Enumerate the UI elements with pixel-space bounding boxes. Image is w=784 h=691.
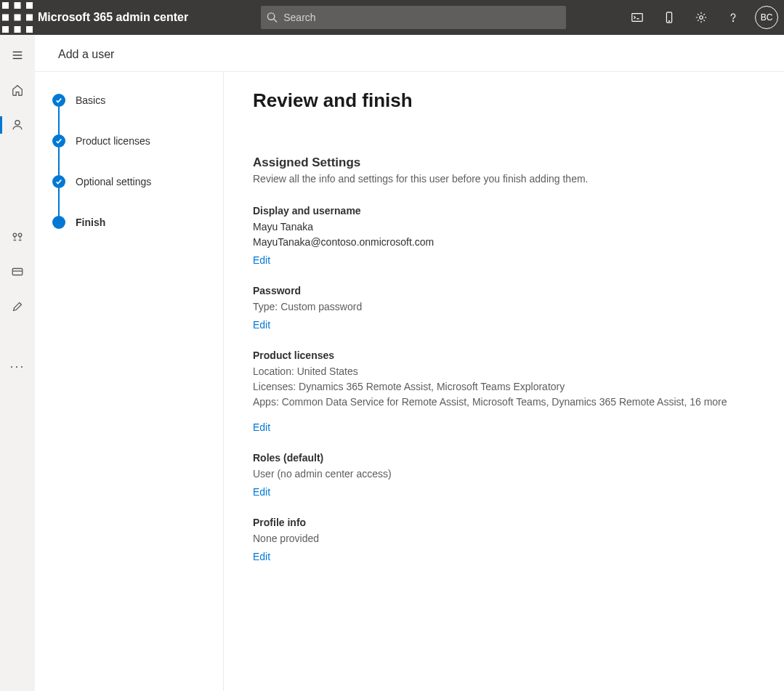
search-box[interactable] [261,6,566,29]
main-panel: Add a user Basics Product licenses Optio… [35,35,784,691]
check-icon [52,134,65,148]
svg-rect-7 [15,26,21,33]
edit-licenses-link[interactable]: Edit [253,421,270,433]
edit-password-link[interactable]: Edit [253,319,270,331]
display-name-value: Mayu Tanaka [253,219,755,235]
svg-point-20 [15,121,20,125]
svg-rect-11 [632,14,642,22]
help-icon[interactable] [719,0,748,35]
username-value: MayuTanaka@contoso.onmicrosoft.com [253,235,755,250]
password-type-value: Type: Custom password [253,299,755,315]
profile-value: None provided [253,531,755,546]
nav-toggle-icon[interactable] [6,44,29,67]
step-label: Finish [76,217,105,228]
users-icon[interactable] [6,113,29,137]
svg-rect-5 [26,15,33,21]
page-heading: Review and finish [253,89,755,112]
display-username-label: Display and username [253,205,755,217]
password-block: Password Type: Custom password Edit [253,285,755,331]
home-icon[interactable] [6,78,29,102]
licenses-block: Product licenses Location: United States… [253,349,755,433]
check-icon [52,175,65,188]
password-label: Password [253,285,755,296]
settings-icon[interactable] [687,0,716,35]
step-product-licenses[interactable]: Product licenses [52,134,206,175]
svg-point-9 [268,13,275,20]
apps-value: Apps: Common Data Service for Remote Ass… [253,395,755,410]
svg-point-16 [732,20,734,22]
step-label: Product licenses [76,135,150,147]
user-avatar[interactable]: BC [755,6,778,29]
topbar-icons: BC [623,0,784,35]
app-launcher-icon[interactable] [0,0,35,35]
display-username-block: Display and username Mayu Tanaka MayuTan… [253,205,755,266]
top-header: Microsoft 365 admin center BC [0,0,784,35]
left-nav-rail: ··· [0,35,35,691]
assigned-settings-heading: Assigned Settings [253,155,755,170]
profile-block: Profile info None provided Edit [253,517,755,562]
svg-point-15 [700,16,703,20]
svg-rect-3 [2,15,9,21]
wizard-stepper: Basics Product licenses Optional setting… [35,72,224,691]
check-icon [52,94,65,107]
svg-rect-6 [2,26,9,33]
search-wrap [261,6,566,29]
profile-label: Profile info [253,517,755,528]
location-value: Location: United States [253,364,755,379]
svg-rect-8 [26,26,33,33]
setup-icon[interactable] [6,295,29,318]
step-optional-settings[interactable]: Optional settings [52,175,206,216]
step-label: Basics [76,94,105,106]
svg-point-21 [13,233,17,237]
shell-icon[interactable] [623,0,652,35]
roles-block: Roles (default) User (no admin center ac… [253,452,755,498]
step-basics[interactable]: Basics [52,94,206,134]
svg-point-14 [668,20,669,21]
roles-label: Roles (default) [253,452,755,464]
search-icon [267,12,278,23]
svg-rect-23 [12,269,23,275]
panel-header: Add a user [35,35,784,72]
edit-roles-link[interactable]: Edit [253,486,270,498]
svg-line-10 [274,19,277,22]
wizard-content: Review and finish Assigned Settings Revi… [224,72,784,691]
svg-rect-4 [15,15,21,21]
edit-profile-link[interactable]: Edit [253,551,270,562]
assigned-settings-desc: Review all the info and settings for thi… [253,173,755,185]
more-icon[interactable]: ··· [9,359,25,374]
app-title: Microsoft 365 admin center [38,11,188,24]
health-icon[interactable] [6,225,29,248]
svg-rect-1 [15,2,21,9]
mobile-icon[interactable] [655,0,684,35]
current-step-icon [52,216,65,229]
licenses-value: Licenses: Dynamics 365 Remote Assist, Mi… [253,379,755,395]
panel-title: Add a user [58,48,761,61]
svg-rect-2 [26,2,33,9]
edit-display-username-link[interactable]: Edit [253,254,270,266]
roles-value: User (no admin center access) [253,466,755,482]
step-label: Optional settings [76,176,151,187]
search-input[interactable] [283,12,560,23]
svg-point-22 [18,233,22,237]
svg-rect-0 [2,2,9,9]
licenses-label: Product licenses [253,349,755,361]
step-finish[interactable]: Finish [52,216,206,229]
billing-icon[interactable] [6,260,29,283]
